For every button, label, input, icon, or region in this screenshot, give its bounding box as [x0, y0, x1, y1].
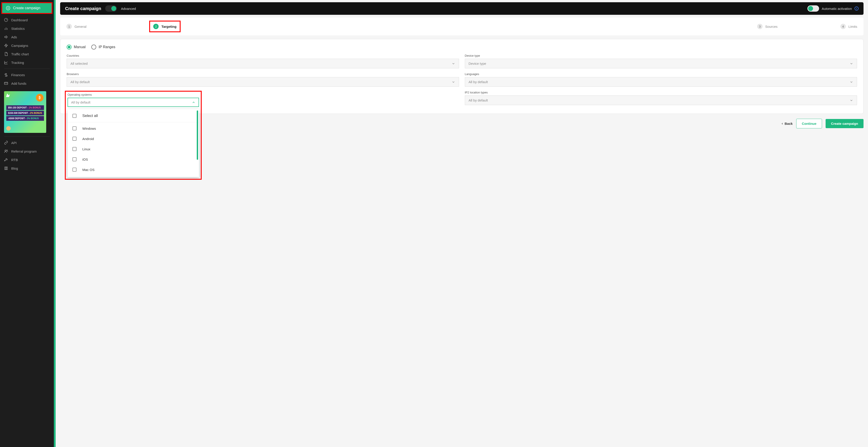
option-label: Linux	[82, 147, 90, 151]
dropdown-value: All by default	[469, 80, 488, 84]
highlight-targeting-step: 2 Targeting	[149, 21, 180, 32]
advanced-toggle[interactable]	[105, 5, 117, 12]
os-option-ios[interactable]: iOS	[67, 154, 199, 165]
step-number: 2	[153, 24, 159, 29]
field-label: Countries	[67, 54, 459, 57]
sidebar-item-ads[interactable]: Ads	[0, 33, 54, 41]
bars-icon	[4, 27, 8, 31]
option-label: Select all	[82, 113, 98, 118]
advanced-label: Advanced	[121, 7, 136, 10]
sidebar-item-label: Traffic chart	[11, 52, 29, 56]
operating-systems-dropdown[interactable]: All by default	[67, 98, 199, 107]
sidebar-item-label: Tracking	[11, 61, 24, 65]
auto-activation-toggle[interactable]	[807, 5, 819, 12]
option-label: iOS	[82, 158, 88, 161]
sidebar-item-api[interactable]: API	[0, 138, 54, 147]
sidebar-item-label: Add funds	[11, 81, 27, 85]
sidebar-item-label: Finances	[11, 73, 25, 77]
plus-circle-icon	[6, 6, 10, 10]
coin-icon	[6, 126, 11, 131]
sidebar-item-traffic-chart[interactable]: Traffic chart	[0, 50, 54, 58]
dollar-icon	[4, 73, 8, 77]
radio-label: IP Ranges	[98, 45, 115, 49]
checkbox[interactable]	[72, 157, 76, 161]
checkbox[interactable]	[72, 137, 76, 141]
field-label: Device type	[465, 54, 857, 57]
sidebar-item-add-funds[interactable]: Add funds	[0, 79, 54, 88]
sidebar-item-referral[interactable]: Referral program	[0, 147, 54, 156]
back-button[interactable]: Back	[781, 122, 793, 126]
create-campaign-submit-button[interactable]: Create campaign	[826, 119, 864, 128]
sidebar-item-label: Dashboard	[11, 18, 28, 22]
checkbox[interactable]	[72, 126, 76, 130]
radio-manual[interactable]: Manual	[67, 44, 86, 49]
os-option-android[interactable]: Android	[67, 134, 199, 144]
bitcoin-icon: ₿	[36, 94, 43, 102]
step-sources[interactable]: 3 Sources	[757, 24, 778, 29]
field-browsers: Browsers All by default	[67, 72, 459, 87]
dropdown-value: Device type	[469, 62, 486, 65]
continue-button[interactable]: Continue	[796, 119, 822, 128]
targeting-card: Manual IP Ranges Countries All selected …	[60, 39, 864, 114]
chevron-down-icon	[849, 99, 853, 102]
os-option-windows[interactable]: Windows	[67, 123, 199, 134]
browsers-dropdown[interactable]: All by default	[67, 77, 459, 87]
field-label: IP2 location types	[465, 91, 857, 94]
create-campaign-button[interactable]: Create campaign	[2, 3, 52, 13]
step-limits[interactable]: 4 Limits	[840, 24, 857, 29]
sidebar-divider	[4, 136, 50, 137]
field-label: Languages	[465, 72, 857, 76]
device-type-dropdown[interactable]: Device type	[465, 59, 857, 68]
sidebar: Create campaign Dashboard Statistics Ads…	[0, 0, 54, 447]
sidebar-item-label: Campaigns	[11, 44, 28, 47]
dropdown-value: All by default	[70, 80, 90, 84]
option-label: Windows	[82, 127, 96, 130]
field-ip2-location: IP2 location types All by default	[465, 91, 857, 105]
auto-activation-label: Automatic activation	[822, 7, 852, 10]
dropdown-value: All selected	[70, 62, 88, 65]
radio-ip-ranges[interactable]: IP Ranges	[91, 44, 115, 49]
document-icon	[4, 52, 8, 56]
bird-icon	[5, 93, 11, 98]
field-label: Browsers	[67, 72, 459, 76]
info-icon[interactable]: i	[855, 6, 859, 10]
sidebar-item-blog[interactable]: Blog	[0, 164, 54, 173]
os-option-macos[interactable]: Mac OS	[67, 165, 199, 175]
scrollbar[interactable]	[197, 110, 198, 160]
sidebar-item-label: API	[11, 141, 17, 145]
step-targeting[interactable]: 2 Targeting	[153, 24, 176, 29]
bolt-icon	[4, 43, 8, 47]
promo-banner[interactable]: ₿ $50-150 DEPOSIT - 1% BONUS $150-500 DE…	[4, 91, 46, 133]
os-option-select-all[interactable]: Select all	[67, 110, 199, 122]
countries-dropdown[interactable]: All selected	[67, 59, 459, 68]
step-general[interactable]: 1 General	[66, 24, 86, 29]
languages-dropdown[interactable]: All by default	[465, 77, 857, 87]
sidebar-item-rtb[interactable]: RTB	[0, 156, 54, 164]
promo-line-2: $150-500 DEPOSIT - 2% BONUS	[6, 111, 44, 115]
field-device-type: Device type Device type	[465, 54, 857, 68]
checkbox[interactable]	[72, 147, 76, 151]
checkbox[interactable]	[72, 168, 76, 172]
back-label: Back	[784, 122, 793, 126]
highlight-create-campaign: Create campaign	[1, 2, 53, 14]
ip2-location-dropdown[interactable]: All by default	[465, 96, 857, 105]
link-icon	[4, 141, 8, 145]
option-label: Mac OS	[82, 168, 94, 172]
sidebar-item-statistics[interactable]: Statistics	[0, 24, 54, 33]
page-header: Create campaign Advanced Automatic activ…	[60, 2, 864, 15]
sidebar-item-campaigns[interactable]: Campaigns	[0, 41, 54, 50]
dropdown-value: All by default	[469, 98, 488, 102]
gavel-icon	[4, 158, 8, 162]
checkbox[interactable]	[72, 114, 76, 118]
sidebar-item-dashboard[interactable]: Dashboard	[0, 16, 54, 24]
users-icon	[4, 149, 8, 153]
step-number: 3	[757, 24, 763, 29]
sidebar-item-label: Blog	[11, 167, 18, 170]
sidebar-item-tracking[interactable]: Tracking	[0, 58, 54, 67]
sidebar-item-finances[interactable]: Finances	[0, 71, 54, 79]
os-option-linux[interactable]: Linux	[67, 144, 199, 154]
highlight-operating-systems: Operating systems All by default Select …	[65, 91, 202, 180]
chevron-down-icon	[452, 62, 455, 65]
field-label: Operating systems	[67, 93, 199, 96]
accent-strip	[54, 0, 56, 447]
